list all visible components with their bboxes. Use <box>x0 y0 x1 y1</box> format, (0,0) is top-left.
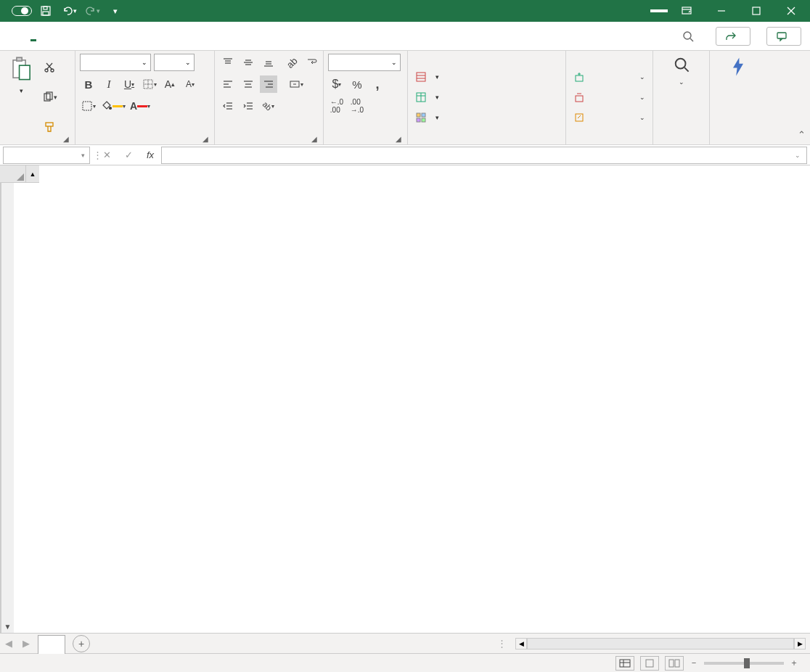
insert-icon <box>573 71 585 83</box>
group-label-font: ◢ <box>80 140 210 144</box>
search-box[interactable] <box>682 30 700 42</box>
conditional-formatting-button[interactable]: ▾ <box>412 67 561 86</box>
share-button[interactable] <box>716 27 750 46</box>
insert-function-icon[interactable]: fx <box>139 149 161 160</box>
insert-cells-button[interactable]: ⌄ <box>570 67 648 86</box>
formula-input[interactable]: ⌄ <box>161 147 807 164</box>
currency-icon[interactable]: $▾ <box>328 75 345 93</box>
select-all-corner[interactable] <box>0 165 26 183</box>
cancel-formula-icon[interactable]: ✕ <box>96 149 118 160</box>
tab-view[interactable] <box>161 32 167 41</box>
italic-button[interactable]: I <box>100 75 118 93</box>
group-label-number: ◢ <box>328 140 403 144</box>
page-break-view-icon[interactable] <box>665 656 684 671</box>
ribbon-display-icon[interactable] <box>671 0 703 22</box>
font-name-dropdown[interactable]: ⌄ <box>80 54 151 71</box>
increase-decimal-icon[interactable]: ←.0.00 <box>328 97 345 115</box>
table-icon <box>415 91 427 103</box>
decrease-decimal-icon[interactable]: .00→.0 <box>348 97 366 115</box>
align-middle-icon[interactable] <box>240 54 257 71</box>
bold-button[interactable]: B <box>80 75 97 93</box>
paste-button[interactable]: ▾ <box>4 54 38 140</box>
dialog-launcher-icon[interactable]: ◢ <box>202 135 208 143</box>
tab-insert[interactable] <box>52 32 58 41</box>
align-bottom-icon[interactable] <box>260 54 277 71</box>
svg-point-25 <box>110 107 112 110</box>
name-box[interactable]: ▾ <box>3 147 90 164</box>
vertical-scrollbar[interactable]: ▼ <box>1 183 14 633</box>
align-left-icon[interactable] <box>219 75 237 93</box>
border-icon[interactable]: ▾ <box>141 75 158 93</box>
zoom-out-button[interactable]: － <box>690 657 698 669</box>
minimize-icon[interactable] <box>705 0 737 22</box>
fill-color-button[interactable]: ▾ <box>100 97 126 115</box>
undo-icon[interactable]: ▾ <box>60 1 78 20</box>
tab-file[interactable] <box>9 32 15 41</box>
decrease-font-icon[interactable]: A▾ <box>181 75 199 93</box>
sign-in-button[interactable] <box>650 9 668 12</box>
font-color-button[interactable]: A▾ <box>129 97 151 115</box>
comma-icon[interactable]: , <box>369 75 386 93</box>
tab-page-layout[interactable] <box>74 32 80 41</box>
comments-button[interactable] <box>766 27 801 46</box>
zoom-in-button[interactable]: ＋ <box>790 657 798 669</box>
group-label-ideas <box>714 140 762 144</box>
svg-rect-13 <box>20 65 30 79</box>
autosave-toggle[interactable] <box>7 6 32 16</box>
copy-icon[interactable]: ▾ <box>41 89 58 106</box>
tab-home[interactable] <box>30 30 36 41</box>
maximize-icon[interactable] <box>740 0 772 22</box>
group-label-editing <box>658 140 705 144</box>
format-cells-button[interactable]: ⌄ <box>570 108 648 127</box>
dialog-launcher-icon[interactable]: ◢ <box>311 135 317 143</box>
cut-icon[interactable] <box>41 59 58 76</box>
qat-customize-icon[interactable]: ▾ <box>106 1 125 20</box>
scroll-up-arrow[interactable]: ▲ <box>26 165 39 183</box>
save-icon[interactable] <box>36 1 55 20</box>
close-icon[interactable] <box>775 0 807 22</box>
dialog-launcher-icon[interactable]: ◢ <box>396 135 401 143</box>
scroll-left-arrow[interactable]: ◀ <box>515 638 527 650</box>
increase-font-icon[interactable]: A▴ <box>161 75 179 93</box>
align-right-icon[interactable] <box>260 75 277 93</box>
zoom-slider[interactable] <box>704 662 784 665</box>
tab-formulas[interactable] <box>96 32 102 41</box>
decrease-indent-icon[interactable] <box>219 97 237 115</box>
next-sheet-icon[interactable]: ▶ <box>17 638 35 649</box>
redo-icon[interactable]: ▾ <box>83 1 102 20</box>
sheet-tab-january[interactable] <box>38 635 65 654</box>
horizontal-scrollbar[interactable]: ◀ ▶ <box>515 638 806 650</box>
ideas-button[interactable] <box>724 54 753 140</box>
dialog-launcher-icon[interactable]: ◢ <box>63 135 69 143</box>
number-format-dropdown[interactable]: ⌄ <box>328 54 401 71</box>
align-center-icon[interactable] <box>240 75 257 93</box>
normal-view-icon[interactable] <box>615 656 634 671</box>
add-sheet-button[interactable]: + <box>73 635 90 652</box>
align-top-icon[interactable] <box>219 54 237 71</box>
scroll-down-arrow[interactable]: ▼ <box>1 620 14 633</box>
delete-cells-button[interactable]: ⌄ <box>570 88 648 107</box>
svg-rect-24 <box>83 102 91 110</box>
enter-formula-icon[interactable]: ✓ <box>118 149 139 160</box>
page-layout-view-icon[interactable] <box>640 656 659 671</box>
wrap-text-icon[interactable] <box>303 54 321 71</box>
format-as-table-button[interactable]: ▾ <box>412 88 561 107</box>
ribbon: ▾ ▾ ◢ ⌄ ⌄ B I U▾ ▾ A▴ A▾ <box>0 51 810 145</box>
orientation-icon[interactable]: ab <box>283 54 300 71</box>
tab-help[interactable] <box>183 32 189 41</box>
orientation-dropdown-icon[interactable]: ab▾ <box>260 97 277 115</box>
underline-button[interactable]: U▾ <box>120 75 138 93</box>
increase-indent-icon[interactable] <box>240 97 257 115</box>
editing-button[interactable]: ⌄ <box>668 54 695 140</box>
borders-button[interactable]: ▾ <box>80 97 97 115</box>
format-painter-icon[interactable] <box>41 118 58 136</box>
font-size-dropdown[interactable]: ⌄ <box>154 54 195 71</box>
scroll-right-arrow[interactable]: ▶ <box>794 638 806 650</box>
tab-data[interactable] <box>118 32 123 41</box>
prev-sheet-icon[interactable]: ◀ <box>0 638 17 649</box>
collapse-ribbon-icon[interactable]: ⌃ <box>798 129 806 140</box>
merge-center-icon[interactable]: ▾ <box>287 75 305 93</box>
tab-review[interactable] <box>139 32 145 41</box>
percent-icon[interactable]: % <box>348 75 366 93</box>
cell-styles-button[interactable]: ▾ <box>412 108 561 127</box>
